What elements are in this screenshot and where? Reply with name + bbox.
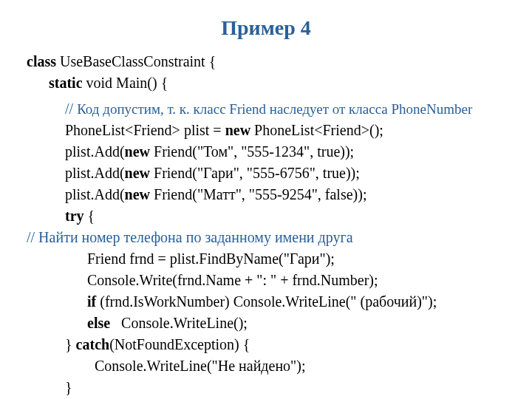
kw-class: class [27,53,56,69]
t12b: (frnd.IsWorkNumber) Console.WriteLine(" … [96,293,437,310]
t2: void Main() { [83,75,168,91]
t6a: plist.Add( [65,165,125,181]
code-line-2: static void Main() { [21,72,511,94]
t13b: Console.WriteLine(); [110,315,248,331]
t8b: { [84,208,95,224]
kw-if: if [87,293,96,310]
t7a: plist.Add( [65,186,125,202]
code-line-9: // Найти номер телефона по заданному име… [21,227,511,248]
code-line-1: class UseBaseClassConstraint { [21,51,511,72]
t4a: PhoneList<Friend> plist = [65,122,225,138]
t5a: plist.Add( [65,143,125,160]
t14c: (NotFoundException) { [109,336,250,352]
code-line-8: try { [21,205,511,227]
comment-1b: Код допустим, т. к. класс Friend наследу… [77,101,472,117]
kw-new-2: new [125,143,150,160]
t7c: Friend("Матт", "555-9254", false)); [150,186,366,202]
kw-catch: catch [76,336,110,352]
code-line-11: Console.Write(frnd.Name + ": " + frnd.Nu… [21,270,511,291]
code-line-3: // Код допустим, т. к. класс Friend насл… [21,98,511,120]
kw-else: else [87,315,110,331]
t5c: Friend("Том", "555-1234", true)); [150,143,354,160]
code-line-5: plist.Add(new Friend("Том", "555-1234", … [21,141,511,163]
kw-static: static [49,75,83,91]
kw-new-4: new [125,186,150,202]
t1: UseBaseClassConstraint { [56,53,216,69]
t4c: PhoneList<Friend>(); [250,122,383,138]
code-line-7: plist.Add(new Friend("Матт", "555-9254",… [21,184,511,205]
slide-title: Пример 4 [21,13,511,44]
comment-1a: // [65,100,77,117]
kw-try: try [65,208,84,224]
t6c: Friend("Гари", "555-6756", true)); [150,165,360,181]
code-line-14: } catch(NotFoundException) { [21,334,511,355]
kw-new-1: new [225,122,250,138]
code-line-16: } [21,377,511,398]
code-line-10: Friend frnd = plist.FindByName("Гари"); [21,248,511,270]
code-line-12: if (frnd.IsWorkNumber) Console.WriteLine… [21,291,511,313]
t14a: } [65,336,76,352]
code-line-15: Console.WriteLine("Не найдено"); [21,355,511,377]
code-line-6: plist.Add(new Friend("Гари", "555-6756",… [21,163,511,184]
code-line-13: else Console.WriteLine(); [21,313,511,334]
code-line-4: PhoneList<Friend> plist = new PhoneList<… [21,120,511,141]
kw-new-3: new [125,165,150,181]
